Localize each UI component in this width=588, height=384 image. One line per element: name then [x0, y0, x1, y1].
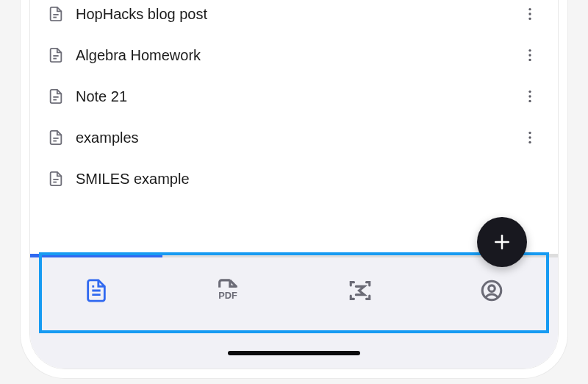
note-row[interactable]: examples [43, 117, 545, 158]
note-title: SMILES example [76, 171, 508, 188]
nav-active-indicator [30, 254, 162, 257]
svg-text:PDF: PDF [219, 290, 238, 301]
svg-point-14 [528, 100, 531, 102]
pdf-tab-icon: PDF [215, 278, 240, 306]
more-vert-icon[interactable] [520, 40, 540, 70]
note-title: Note 21 [76, 88, 508, 105]
nav-indicator-track [30, 254, 558, 257]
home-indicator[interactable] [228, 351, 360, 355]
nav-tab-documents[interactable] [30, 278, 162, 306]
note-list: HopHacks blog post Algebra Homework No [30, 0, 558, 199]
document-icon [48, 129, 64, 146]
svg-point-17 [528, 132, 531, 134]
document-tab-icon [84, 278, 109, 306]
svg-point-19 [528, 141, 531, 143]
svg-point-3 [528, 13, 531, 15]
note-title: HopHacks blog post [76, 6, 508, 23]
svg-point-13 [528, 95, 531, 97]
content-area: HopHacks blog post Algebra Homework No [30, 0, 558, 369]
nav-tab-scan[interactable] [294, 278, 426, 306]
document-icon [48, 88, 64, 104]
nav-tab-pdf[interactable]: PDF [162, 278, 295, 306]
new-note-fab[interactable] [477, 217, 527, 267]
svg-point-2 [528, 8, 531, 10]
note-row[interactable]: Algebra Homework [43, 35, 545, 76]
svg-point-4 [528, 18, 531, 20]
document-icon [48, 171, 64, 187]
note-title: examples [76, 129, 508, 146]
svg-point-9 [528, 59, 531, 61]
note-row[interactable]: SMILES example [43, 158, 545, 199]
device-frame: HopHacks blog post Algebra Homework No [29, 0, 559, 369]
svg-point-12 [528, 90, 531, 93]
document-icon [48, 47, 64, 63]
svg-point-32 [489, 285, 495, 292]
nav-tab-profile[interactable] [426, 278, 559, 306]
note-title: Algebra Homework [76, 47, 508, 64]
svg-point-18 [528, 136, 531, 138]
more-vert-icon[interactable] [520, 0, 540, 29]
document-icon [48, 6, 64, 22]
svg-point-8 [528, 54, 531, 56]
scan-math-tab-icon [348, 278, 373, 306]
more-vert-icon[interactable] [520, 82, 540, 111]
note-row[interactable]: HopHacks blog post [43, 0, 545, 35]
note-row[interactable]: Note 21 [43, 76, 545, 117]
more-vert-icon[interactable] [520, 123, 540, 152]
svg-point-7 [528, 49, 531, 51]
profile-tab-icon [479, 278, 504, 306]
